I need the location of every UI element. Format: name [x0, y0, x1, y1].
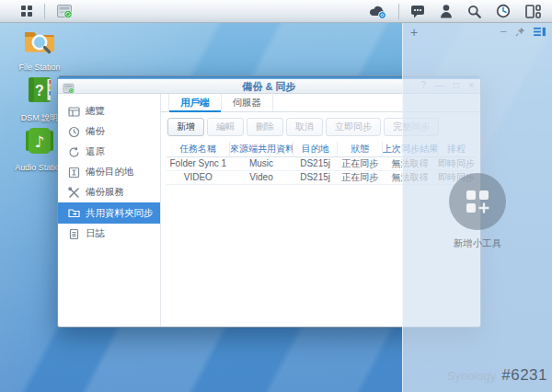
backup-sync-app-icon: [56, 4, 73, 18]
column-status[interactable]: 狀態: [338, 142, 383, 156]
window-sidebar: 總覽 備份 還原 備份: [58, 94, 160, 327]
add-button[interactable]: 新增: [167, 118, 204, 136]
widget-panel-empty-state[interactable]: 新增小工具: [403, 173, 552, 250]
svg-text:♪: ♪: [35, 133, 45, 151]
widget-panel-header: + −: [403, 23, 552, 41]
main-menu-icon: [20, 5, 33, 17]
watermark: Synology #6231: [447, 366, 547, 385]
sidebar-item-backup-destination[interactable]: 備份目的地: [58, 162, 160, 182]
sidebar-item-log[interactable]: 日誌: [58, 224, 160, 244]
add-widget-icon: [449, 173, 506, 230]
add-widget-button[interactable]: +: [410, 24, 418, 40]
log-icon: [68, 228, 80, 240]
cloud-sync-icon: [368, 4, 387, 19]
tab-server[interactable]: 伺服器: [221, 94, 274, 111]
shortcut-label: File Station: [18, 63, 60, 72]
sidebar-item-overview[interactable]: 總覽: [58, 101, 160, 121]
destination-icon: [68, 167, 80, 179]
delete-button[interactable]: 刪除: [247, 118, 283, 136]
taskbar-separator: [44, 4, 45, 19]
system-health-button[interactable]: [489, 0, 518, 23]
column-source-shared-folder[interactable]: 來源端共用資料夾: [230, 142, 293, 156]
user-options-button[interactable]: [432, 0, 460, 23]
shared-folder-sync-icon: [68, 207, 80, 219]
audio-station-icon: ♪: [25, 126, 54, 159]
column-destination[interactable]: 目的地: [293, 142, 338, 156]
sidebar-item-backup-services[interactable]: 備份服務: [58, 182, 160, 202]
cloud-sync-button[interactable]: [361, 0, 395, 23]
sidebar-item-restore[interactable]: 還原: [58, 142, 160, 162]
notifications-button[interactable]: [403, 0, 432, 23]
widgets-icon: [525, 5, 541, 18]
pin-icon[interactable]: [515, 24, 525, 40]
brand-watermark: Synology: [447, 369, 496, 383]
column-task-name[interactable]: 任務名稱: [167, 142, 230, 156]
edit-button[interactable]: 編輯: [207, 118, 244, 136]
user-icon: [440, 4, 453, 18]
cancel-button[interactable]: 取消: [286, 118, 323, 136]
clock-icon: [496, 4, 511, 18]
overview-icon: [68, 106, 80, 118]
dsm-help-icon: ?: [26, 75, 53, 109]
shortcut-label: DSM 說明: [21, 112, 59, 124]
tab-client[interactable]: 用戶端: [168, 94, 221, 111]
add-widget-label: 新增小工具: [454, 237, 502, 250]
sidebar-item-shared-folder-sync[interactable]: 共用資料夾同步: [58, 202, 160, 224]
dock-icon[interactable]: [534, 24, 546, 40]
file-station-icon: [23, 28, 56, 59]
widget-panel: + −: [402, 23, 552, 392]
taskbar: [0, 0, 552, 23]
restore-icon: [68, 146, 80, 158]
id-watermark: #6231: [501, 366, 547, 385]
taskbar-separator: [398, 4, 399, 19]
sync-now-button[interactable]: 立即同步: [326, 118, 381, 136]
pilot-view-button[interactable]: [518, 0, 548, 23]
svg-text:?: ?: [35, 83, 44, 98]
sidebar-item-backup[interactable]: 備份: [58, 121, 160, 142]
taskbar-app-backup-sync[interactable]: [49, 0, 80, 23]
services-icon: [68, 187, 80, 199]
panel-minimize-button[interactable]: −: [500, 26, 507, 39]
desktop: File Station ? DSM 說明 ♪ Audio Sta: [0, 0, 552, 392]
backup-icon: [68, 126, 80, 138]
shortcut-file-station[interactable]: File Station: [11, 28, 68, 72]
search-icon: [467, 5, 481, 18]
main-menu-button[interactable]: [13, 0, 40, 23]
search-button[interactable]: [460, 0, 489, 23]
notifications-icon: [410, 4, 425, 18]
